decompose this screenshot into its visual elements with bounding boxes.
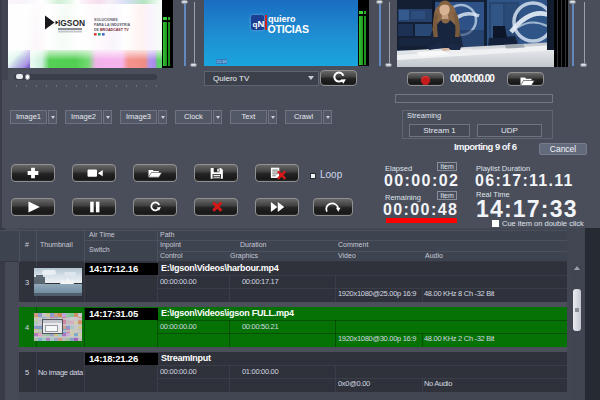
svg-text:SOLUCIONES: SOLUCIONES (94, 18, 118, 22)
svg-text:DE BROADCAST TV: DE BROADCAST TV (94, 28, 129, 32)
svg-text:IGSON: IGSON (58, 18, 85, 28)
svg-text:PARA LA INDUSTRIA: PARA LA INDUSTRIA (94, 23, 130, 27)
